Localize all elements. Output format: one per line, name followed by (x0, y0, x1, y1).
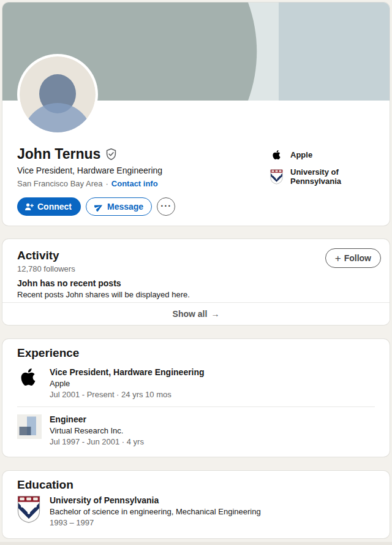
apple-logo-icon (270, 150, 283, 160)
activity-card: Activity 12,780 followers John has no re… (2, 239, 390, 325)
experience-item[interactable]: Vice President, Hardware Engineering App… (17, 367, 375, 399)
send-icon (94, 202, 104, 212)
followers-count: 12,780 followers (17, 264, 375, 273)
contact-info-link[interactable]: Contact info (111, 179, 158, 188)
education-item[interactable]: University of Pennsylvania Bachelor of s… (17, 495, 375, 527)
experience-item[interactable]: Engineer Virtual Research Inc. Jul 1997 … (17, 414, 375, 446)
profile-name: John Ternus (17, 146, 100, 162)
current-company-link[interactable]: Apple (270, 150, 390, 160)
avatar[interactable] (17, 54, 98, 135)
follow-label: Follow (344, 253, 371, 263)
upenn-logo-icon (270, 169, 283, 185)
experience-dates: Jul 1997 - Jun 2001 · 4 yrs (50, 437, 144, 446)
person-add-icon (24, 202, 34, 212)
item-divider (17, 406, 375, 407)
connect-label: Connect (37, 202, 72, 212)
follow-button[interactable]: + Follow (325, 248, 381, 268)
education-title: Education (17, 478, 375, 492)
education-degree: Bachelor of science in engineering, Mech… (50, 507, 261, 516)
experience-dates: Jul 2001 - Present · 24 yrs 10 mos (50, 390, 205, 399)
plus-icon: + (335, 253, 341, 264)
experience-title: Experience (17, 346, 375, 360)
profile-actions: Connect Message ··· (17, 197, 175, 216)
experience-company: Apple (50, 379, 205, 388)
experience-company: Virtual Research Inc. (50, 426, 144, 435)
profile-headline: Vice President, Hardware Engineering (17, 166, 162, 175)
verified-shield-icon[interactable] (105, 148, 118, 161)
arrow-right-icon: → (211, 309, 219, 319)
no-posts-title: John has no recent posts (17, 278, 375, 288)
default-avatar-icon (20, 56, 96, 132)
education-dates: 1993 – 1997 (50, 518, 261, 527)
experience-card: Experience Vice President, Hardware Engi… (2, 339, 390, 457)
upenn-logo-icon (17, 495, 42, 527)
show-all-label: Show all (173, 309, 208, 319)
education-school: University of Pennsylvania (50, 495, 261, 505)
experience-role: Engineer (50, 414, 144, 424)
message-button[interactable]: Message (86, 197, 152, 216)
profile-orgs: Apple University of Pennsylvania (270, 150, 390, 186)
identity-block: John Ternus Vice President, Hardware Eng… (17, 146, 162, 188)
separator-dot: · (105, 179, 108, 188)
education-card: Education University of Pennsylvania Bac… (2, 471, 390, 538)
show-all-button[interactable]: Show all → (2, 302, 390, 325)
activity-title: Activity (17, 249, 375, 262)
current-company-label: Apple (290, 150, 312, 159)
no-posts-description: Recent posts John shares will be display… (17, 290, 375, 299)
profile-location: San Francisco Bay Area (17, 179, 102, 188)
next-card-edge (0, 542, 392, 545)
connect-button[interactable]: Connect (17, 197, 81, 216)
message-label: Message (107, 202, 143, 212)
ellipsis-icon: ··· (160, 200, 172, 211)
banner-right-panel (279, 2, 390, 101)
education-org-label: University of Pennsylvania (290, 167, 390, 186)
virtual-research-logo-icon (17, 414, 42, 446)
education-org-link[interactable]: University of Pennsylvania (270, 167, 390, 186)
experience-role: Vice President, Hardware Engineering (50, 367, 205, 377)
apple-logo-icon (17, 367, 42, 399)
profile-card: John Ternus Vice President, Hardware Eng… (2, 2, 390, 226)
more-actions-button[interactable]: ··· (157, 197, 175, 216)
